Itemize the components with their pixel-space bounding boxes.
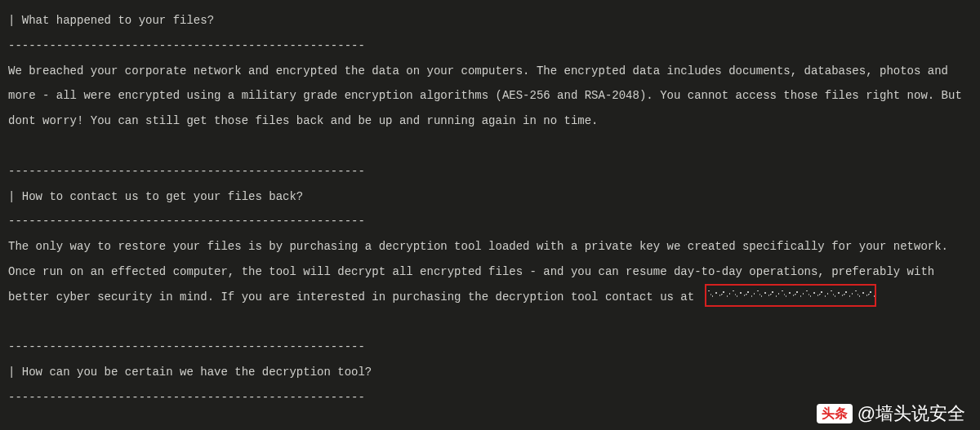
separator: ----------------------------------------… (8, 209, 972, 234)
separator: ----------------------------------------… (8, 33, 972, 59)
section-heading-2: | How to contact us to get your files ba… (8, 184, 972, 210)
blank-line (8, 134, 972, 159)
redacted-contact-box (705, 284, 876, 307)
ransom-note-content: | What happened to your files? ---------… (8, 8, 972, 410)
blank-line (8, 310, 972, 335)
section-heading-3: | How can you be certain we have the dec… (8, 360, 972, 385)
section-heading-1: | What happened to your files? (8, 8, 972, 33)
section-body-1: We breached your corporate network and e… (8, 59, 972, 134)
watermark-handle: @墙头说安全 (858, 405, 965, 423)
section-body-2: The only way to restore your files is by… (8, 234, 972, 309)
separator: ----------------------------------------… (8, 335, 972, 360)
watermark: 头条 @墙头说安全 (817, 404, 965, 423)
separator: ----------------------------------------… (8, 159, 972, 184)
watermark-badge: 头条 (817, 404, 853, 423)
